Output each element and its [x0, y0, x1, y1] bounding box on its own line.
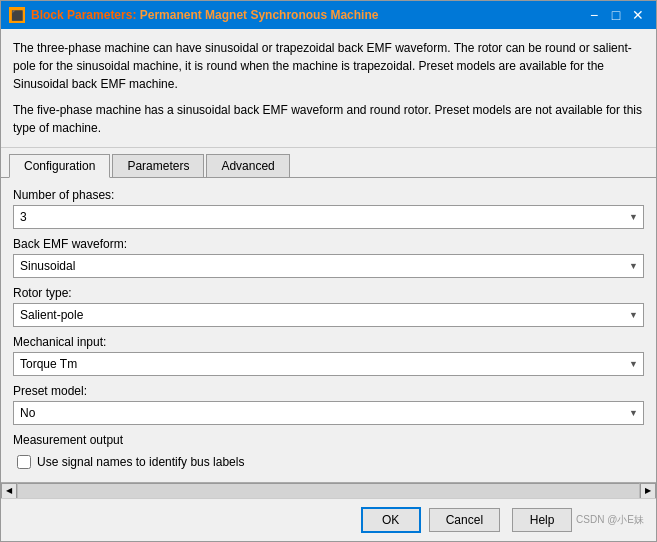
scroll-track — [17, 483, 640, 499]
bottom-bar: OK Cancel Help CSDN @小E妹 — [1, 498, 656, 541]
watermark: CSDN @小E妹 — [576, 513, 644, 527]
scroll-left-button[interactable]: ◀ — [1, 483, 17, 499]
help-button[interactable]: Help — [512, 508, 572, 532]
title-text: Block Parameters: Permanent Magnet Synch… — [31, 8, 378, 22]
title-bar: ⬛ Block Parameters: Permanent Magnet Syn… — [1, 1, 656, 29]
tab-configuration[interactable]: Configuration — [9, 154, 110, 178]
field-group-phases: Number of phases: 3 5 — [13, 188, 644, 229]
minimize-button[interactable]: − — [584, 5, 604, 25]
dialog-icon: ⬛ — [9, 7, 25, 23]
close-button[interactable]: ✕ — [628, 5, 648, 25]
select-rotor-type[interactable]: Salient-pole Round — [13, 303, 644, 327]
description-para2: The five-phase machine has a sinusoidal … — [13, 101, 644, 137]
title-controls: − □ ✕ — [584, 5, 648, 25]
ok-button[interactable]: OK — [361, 507, 421, 533]
label-num-phases: Number of phases: — [13, 188, 644, 202]
title-name: Permanent Magnet Synchronous Machine — [140, 8, 379, 22]
cancel-button[interactable]: Cancel — [429, 508, 500, 532]
select-wrapper-emf: Sinusoidal Trapezoidal — [13, 254, 644, 278]
select-wrapper-mechanical: Torque Tm Speed w — [13, 352, 644, 376]
content-area: The three-phase machine can have sinusoi… — [1, 29, 656, 498]
help-area: Help CSDN @小E妹 — [512, 508, 644, 532]
title-prefix: Block Parameters: — [31, 8, 140, 22]
field-group-preset: Preset model: No — [13, 384, 644, 425]
signal-names-checkbox[interactable] — [17, 455, 31, 469]
signal-names-label: Use signal names to identify bus labels — [37, 455, 244, 469]
description-para1: The three-phase machine can have sinusoi… — [13, 39, 644, 93]
select-preset-model[interactable]: No — [13, 401, 644, 425]
tabs-bar: Configuration Parameters Advanced — [1, 148, 656, 178]
horizontal-scrollbar: ◀ ▶ — [1, 482, 656, 498]
field-group-emf: Back EMF waveform: Sinusoidal Trapezoida… — [13, 237, 644, 278]
tab-advanced[interactable]: Advanced — [206, 154, 289, 177]
tab-parameters[interactable]: Parameters — [112, 154, 204, 177]
description-box: The three-phase machine can have sinusoi… — [1, 29, 656, 148]
select-wrapper-phases: 3 5 — [13, 205, 644, 229]
label-back-emf: Back EMF waveform: — [13, 237, 644, 251]
checkbox-row: Use signal names to identify bus labels — [13, 455, 644, 469]
params-area: Number of phases: 3 5 Back EMF waveform:… — [1, 178, 656, 482]
dialog-window: ⬛ Block Parameters: Permanent Magnet Syn… — [0, 0, 657, 542]
label-preset-model: Preset model: — [13, 384, 644, 398]
select-back-emf[interactable]: Sinusoidal Trapezoidal — [13, 254, 644, 278]
title-bar-left: ⬛ Block Parameters: Permanent Magnet Syn… — [9, 7, 378, 23]
field-group-mechanical: Mechanical input: Torque Tm Speed w — [13, 335, 644, 376]
measurement-section: Measurement output Use signal names to i… — [13, 433, 644, 469]
select-mechanical-input[interactable]: Torque Tm Speed w — [13, 352, 644, 376]
select-num-phases[interactable]: 3 5 — [13, 205, 644, 229]
label-mechanical-input: Mechanical input: — [13, 335, 644, 349]
select-wrapper-preset: No — [13, 401, 644, 425]
field-group-rotor: Rotor type: Salient-pole Round — [13, 286, 644, 327]
select-wrapper-rotor: Salient-pole Round — [13, 303, 644, 327]
scroll-right-button[interactable]: ▶ — [640, 483, 656, 499]
label-rotor-type: Rotor type: — [13, 286, 644, 300]
measurement-header: Measurement output — [13, 433, 644, 449]
maximize-button[interactable]: □ — [606, 5, 626, 25]
